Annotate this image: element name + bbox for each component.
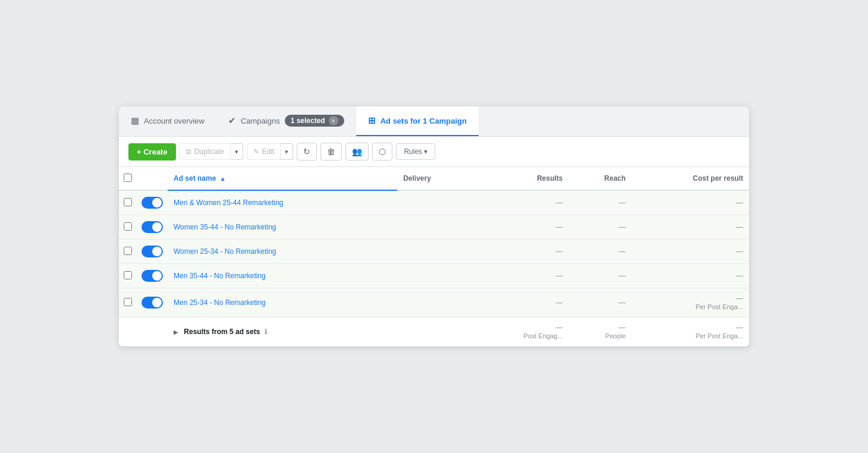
row-checkbox[interactable]: [124, 222, 132, 231]
row-checkbox[interactable]: [124, 271, 132, 279]
info-icon[interactable]: ℹ: [265, 328, 268, 336]
audience-button[interactable]: 👥: [345, 143, 369, 161]
export-button[interactable]: ⬡: [372, 143, 392, 161]
tab-adsets-label: Ad sets for 1 Campaign: [380, 117, 467, 125]
cost-dash: —: [736, 294, 743, 303]
summary-row: ▶ Results from 5 ad sets ℹ — Post Engag.…: [119, 317, 749, 347]
row-name-cell[interactable]: Men & Women 25-44 Remarketing: [168, 190, 397, 215]
tab-account[interactable]: ▦ Account overview: [119, 106, 216, 136]
duplicate-dropdown-button[interactable]: ▾: [231, 143, 243, 160]
summary-delivery-cell: [397, 317, 472, 347]
summary-cost-cell: — Per Post Enga...: [631, 317, 749, 347]
tabs-bar: ▦ Account overview ✔ Campaigns 1 selecte…: [119, 106, 749, 137]
table-row: Men & Women 25-44 Remarketing — — —: [119, 190, 749, 215]
badge-close-button[interactable]: ×: [329, 116, 338, 125]
row-checkbox[interactable]: [124, 298, 132, 306]
row-toggle[interactable]: [141, 270, 163, 282]
summary-label-cell: ▶ Results from 5 ad sets ℹ: [168, 317, 397, 347]
row-delivery-cell: [397, 190, 472, 215]
duplicate-group: ⧉ Duplicate ▾: [180, 143, 243, 160]
row-reach-cell: —: [569, 288, 632, 317]
cost-dash: —: [736, 272, 743, 280]
row-cost-cell: —Per Post Enga...: [631, 288, 749, 317]
col-header-reach: Reach: [569, 167, 632, 190]
tab-account-label: Account overview: [144, 117, 205, 125]
row-name-cell[interactable]: Women 25-34 - No Remarketing: [168, 240, 397, 264]
row-reach-cell: —: [569, 264, 632, 288]
row-checkbox-cell: [119, 264, 137, 288]
trash-icon: 🗑: [327, 147, 335, 156]
row-toggle-cell: [137, 240, 168, 264]
table-row: Men 35-44 - No Remarketing — — —: [119, 264, 749, 288]
row-toggle[interactable]: [141, 246, 163, 257]
badge-text: 1 selected: [291, 117, 325, 125]
select-all-checkbox[interactable]: [124, 174, 132, 182]
row-cost-cell: —: [631, 190, 749, 215]
expand-icon[interactable]: ▶: [174, 329, 178, 335]
table-wrapper: Ad set name ▲ Delivery Results Reach Cos…: [119, 167, 749, 347]
tab-campaigns-label: Campaigns: [241, 117, 280, 125]
row-name-cell[interactable]: Men 25-34 - No Remarketing: [168, 288, 397, 317]
edit-icon: ✎: [253, 147, 259, 156]
row-toggle-cell: [137, 215, 168, 240]
edit-button[interactable]: ✎ Edit: [247, 143, 281, 160]
row-toggle[interactable]: [141, 221, 163, 233]
table-row: Women 25-34 - No Remarketing — — —: [119, 240, 749, 264]
row-toggle-cell: [137, 288, 168, 317]
summary-label: Results from 5 ad sets: [184, 328, 260, 336]
export-icon: ⬡: [379, 147, 386, 156]
table-row: Women 35-44 - No Remarketing — — —: [119, 215, 749, 240]
row-cost-cell: —: [631, 215, 749, 240]
duplicate-icon: ⧉: [186, 147, 191, 156]
row-name-cell[interactable]: Men 35-44 - No Remarketing: [168, 264, 397, 288]
audience-icon: 👥: [352, 147, 362, 156]
row-checkbox[interactable]: [124, 247, 132, 255]
summary-reach-cell: — People: [569, 317, 632, 347]
row-reach-cell: —: [569, 215, 632, 240]
row-checkbox-cell: [119, 215, 137, 240]
row-delivery-cell: [397, 215, 472, 240]
delete-button[interactable]: 🗑: [320, 143, 342, 161]
edit-dropdown-button[interactable]: ▾: [281, 143, 293, 160]
refresh-icon: ↻: [303, 147, 310, 156]
row-results-cell: —: [472, 215, 568, 240]
summary-toggle-cell: [137, 317, 168, 347]
col-header-results: Results: [472, 167, 568, 190]
row-checkbox-cell: [119, 190, 137, 215]
row-toggle[interactable]: [141, 297, 163, 309]
row-cost-cell: —: [631, 264, 749, 288]
account-icon: ▦: [131, 115, 139, 126]
row-results-cell: —: [472, 288, 568, 317]
col-header-delivery: Delivery: [397, 167, 472, 190]
row-results-cell: —: [472, 190, 568, 215]
row-reach-cell: —: [569, 190, 632, 215]
create-button[interactable]: + Create: [128, 143, 176, 161]
campaigns-icon: ✔: [228, 115, 236, 126]
col-name-label: Ad set name: [174, 174, 216, 183]
row-results-cell: —: [472, 264, 568, 288]
row-toggle-cell: [137, 190, 168, 215]
row-checkbox[interactable]: [124, 198, 132, 206]
col-header-cost: Cost per result: [631, 167, 749, 190]
cost-dash: —: [736, 247, 743, 256]
tab-adsets[interactable]: ⊞ Ad sets for 1 Campaign: [356, 106, 479, 136]
col-header-checkbox: [119, 167, 137, 190]
tab-campaigns[interactable]: ✔ Campaigns 1 selected ×: [216, 106, 356, 136]
col-header-name[interactable]: Ad set name ▲: [168, 167, 397, 190]
row-cost-cell: —: [631, 240, 749, 264]
duplicate-button[interactable]: ⧉ Duplicate: [180, 143, 231, 160]
ad-sets-table: Ad set name ▲ Delivery Results Reach Cos…: [119, 167, 749, 347]
row-name-cell[interactable]: Women 35-44 - No Remarketing: [168, 215, 397, 240]
refresh-button[interactable]: ↻: [297, 143, 317, 161]
cost-dash: —: [736, 199, 743, 207]
adsets-icon: ⊞: [368, 115, 376, 126]
row-toggle-cell: [137, 264, 168, 288]
rules-button[interactable]: Rules ▾: [396, 143, 435, 160]
col-header-toggle: [137, 167, 168, 190]
row-delivery-cell: [397, 264, 472, 288]
row-checkbox-cell: [119, 288, 137, 317]
sort-arrow-icon: ▲: [220, 175, 226, 182]
row-delivery-cell: [397, 240, 472, 264]
row-toggle[interactable]: [141, 197, 163, 209]
row-results-cell: —: [472, 240, 568, 264]
